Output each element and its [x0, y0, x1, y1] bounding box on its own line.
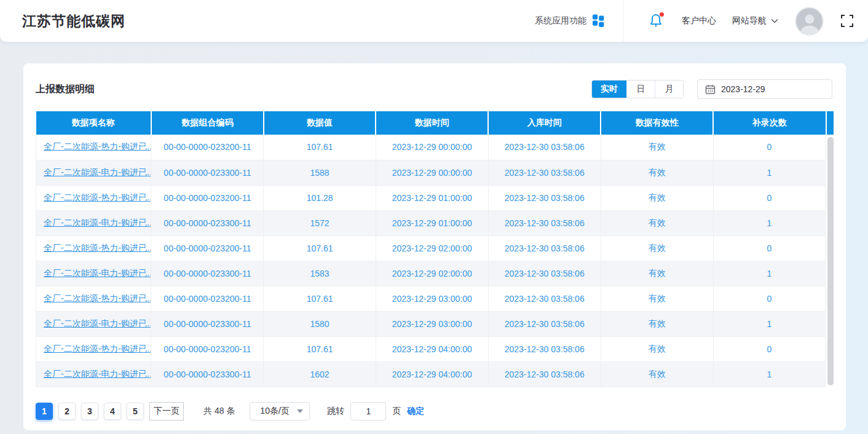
- cell-supplement-count: 1: [713, 311, 825, 336]
- page-button-2[interactable]: 2: [58, 403, 76, 420]
- table-scrollbar-thumb[interactable]: [827, 137, 834, 385]
- cell-data-time: 2023-12-29 03:00:00: [376, 311, 488, 336]
- col-header-storage-time: 入库时间: [488, 111, 601, 135]
- cell-data-combo-code: 00-00-0000-023200-11: [151, 135, 264, 160]
- cell-data-combo-code: 00-00-0000-023300-11: [151, 160, 264, 185]
- table-row: 全厂-二次能源-热力-购进已...00-00-0000-023200-11107…: [36, 235, 826, 261]
- col-header-data-time: 数据时间: [376, 111, 488, 135]
- data-item-link[interactable]: 全厂-二次能源-热力-购进已...: [44, 141, 151, 151]
- page-size-select[interactable]: 10条/页: [250, 402, 310, 420]
- date-picker[interactable]: 2023-12-29: [697, 79, 832, 99]
- cell-supplement-count: 1: [713, 210, 825, 235]
- cell-storage-time: 2023-12-30 03:58:06: [488, 311, 601, 336]
- system-functions-button[interactable]: 系统应用功能: [535, 14, 605, 29]
- col-header-data-value: 数据值: [264, 111, 376, 135]
- col-header-data-item-name: 数据项名称: [36, 111, 151, 135]
- brand-title: 江苏节能低碳网: [22, 12, 125, 31]
- data-item-link[interactable]: 全厂-二次能源-电力-购进已...: [44, 167, 151, 177]
- table-row: 全厂-二次能源-热力-购进已...00-00-0000-023200-11107…: [36, 286, 826, 311]
- notification-bell-button[interactable]: [647, 12, 665, 30]
- apps-grid-icon: [592, 14, 605, 29]
- customer-center-label: 客户中心: [682, 15, 716, 26]
- cell-data-value: 1583: [264, 261, 376, 286]
- fullscreen-button[interactable]: [840, 14, 854, 28]
- time-granularity-tabs: 实时 日 月: [591, 80, 684, 98]
- cell-supplement-count: 0: [713, 235, 825, 261]
- cell-supplement-count: 1: [713, 160, 825, 185]
- cell-data-value: 107.61: [264, 235, 376, 261]
- cell-data-validity: 有效: [601, 361, 713, 387]
- page-button-5[interactable]: 5: [127, 403, 144, 420]
- fullscreen-icon: [840, 14, 854, 28]
- page-size-value: 10条/页: [260, 406, 289, 417]
- table-row: 全厂-二次能源-电力-购进已...00-00-0000-023300-11160…: [36, 361, 826, 387]
- cell-data-validity: 有效: [601, 160, 713, 185]
- col-header-supplement-count: 补录次数: [713, 111, 825, 135]
- page-title: 上报数据明细: [36, 83, 95, 96]
- table-row: 全厂-二次能源-电力-购进已...00-00-0000-023300-11158…: [36, 160, 826, 185]
- jump-label: 跳转: [327, 406, 344, 417]
- cell-data-value: 1602: [264, 361, 376, 387]
- cell-data-value: 107.61: [264, 135, 376, 160]
- tab-realtime[interactable]: 实时: [592, 81, 626, 98]
- main-panel: 上报数据明细 实时 日 月 2023-12-29: [23, 63, 846, 430]
- cell-data-combo-code: 00-00-0000-023200-11: [151, 185, 264, 210]
- next-page-button[interactable]: 下一页: [149, 402, 184, 420]
- select-arrow-icon: [297, 409, 303, 413]
- table-row: 全厂-二次能源-电力-购进已...00-00-0000-023300-11158…: [36, 311, 826, 336]
- data-item-link[interactable]: 全厂-二次能源-热力-购进已...: [44, 293, 151, 303]
- tab-month[interactable]: 月: [655, 81, 683, 98]
- cell-data-time: 2023-12-29 04:00:00: [376, 336, 488, 361]
- cell-data-time: 2023-12-29 02:00:00: [376, 235, 488, 261]
- data-item-link[interactable]: 全厂-二次能源-电力-购进已...: [44, 369, 151, 379]
- data-item-link[interactable]: 全厂-二次能源-电力-购进已...: [44, 318, 151, 328]
- col-header-data-combo-code: 数据组合编码: [151, 111, 264, 135]
- table-row: 全厂-二次能源-热力-购进已...00-00-0000-023200-11101…: [36, 185, 826, 210]
- data-item-link[interactable]: 全厂-二次能源-电力-购进已...: [44, 218, 151, 227]
- cell-data-time: 2023-12-29 01:00:00: [376, 185, 488, 210]
- total-count-label: 共 48 条: [203, 406, 235, 417]
- notification-badge: [660, 12, 664, 17]
- nav-divider: [623, 0, 624, 42]
- cell-supplement-count: 0: [713, 185, 825, 210]
- top-nav: 江苏节能低碳网 系统应用功能 客户中: [0, 0, 868, 42]
- user-avatar[interactable]: [795, 7, 824, 36]
- cell-data-item-name: 全厂-二次能源-热力-购进已...: [36, 185, 151, 210]
- cell-data-combo-code: 00-00-0000-023300-11: [151, 311, 264, 336]
- table-row: 全厂-二次能源-电力-购进已...00-00-0000-023300-11158…: [36, 261, 826, 286]
- table-row: 全厂-二次能源-热力-购进已...00-00-0000-023200-11107…: [36, 135, 826, 160]
- cell-supplement-count: 0: [713, 135, 825, 160]
- page-unit-label: 页: [392, 406, 401, 417]
- cell-data-validity: 有效: [601, 311, 713, 336]
- cell-storage-time: 2023-12-30 03:58:06: [488, 210, 601, 235]
- page-button-4[interactable]: 4: [104, 403, 121, 420]
- cell-data-item-name: 全厂-二次能源-热力-购进已...: [36, 235, 151, 261]
- table-row: 全厂-二次能源-电力-购进已...00-00-0000-023300-11157…: [36, 210, 826, 235]
- cell-supplement-count: 1: [713, 261, 825, 286]
- cell-storage-time: 2023-12-30 03:58:06: [488, 261, 601, 286]
- calendar-icon: [705, 84, 716, 95]
- cell-data-time: 2023-12-29 01:00:00: [376, 210, 488, 235]
- data-item-link[interactable]: 全厂-二次能源-热力-购进已...: [44, 344, 151, 353]
- date-value: 2023-12-29: [721, 84, 765, 94]
- site-nav-link[interactable]: 网站导航: [732, 15, 779, 26]
- nav-right-group: 系统应用功能 客户中心 网站导航: [535, 0, 854, 42]
- customer-center-link[interactable]: 客户中心: [682, 15, 716, 26]
- cell-data-value: 1580: [264, 311, 376, 336]
- cell-data-value: 107.61: [264, 286, 376, 311]
- pagination-bar: 12345 下一页 共 48 条 10条/页 跳转 页 确定: [36, 402, 834, 420]
- confirm-jump-button[interactable]: 确定: [407, 406, 424, 417]
- tab-day[interactable]: 日: [626, 81, 655, 98]
- page-buttons: 12345: [36, 403, 149, 420]
- site-nav-label: 网站导航: [732, 15, 767, 26]
- data-item-link[interactable]: 全厂-二次能源-热力-购进已...: [44, 192, 151, 202]
- jump-page-input[interactable]: [350, 402, 386, 420]
- data-item-link[interactable]: 全厂-二次能源-电力-购进已...: [44, 268, 151, 278]
- cell-data-validity: 有效: [601, 261, 713, 286]
- data-table-wrap: 数据项名称 数据组合编码 数据值 数据时间 入库时间 数据有效性 补录次数 全厂…: [36, 111, 834, 387]
- cell-data-time: 2023-12-29 00:00:00: [376, 160, 488, 185]
- cell-storage-time: 2023-12-30 03:58:06: [488, 235, 601, 261]
- page-button-3[interactable]: 3: [81, 403, 98, 420]
- data-item-link[interactable]: 全厂-二次能源-热力-购进已...: [44, 243, 151, 253]
- page-button-1[interactable]: 1: [36, 403, 53, 420]
